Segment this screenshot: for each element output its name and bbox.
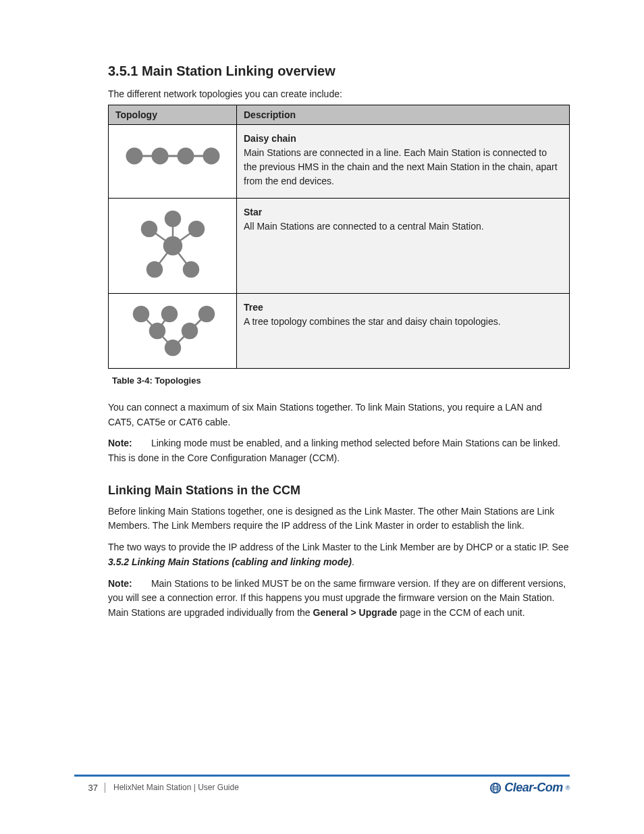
topology-table: Topology Description xyxy=(108,105,570,369)
brand-name: Clear-Com xyxy=(504,781,563,795)
topology-star-desc: Star All Main Stations are connected to … xyxy=(237,199,570,294)
row-desc: Main Stations are connected in a line. E… xyxy=(244,147,558,186)
svg-point-23 xyxy=(150,323,165,338)
brand-logo: Clear-Com® xyxy=(489,781,570,795)
table-caption: Table 3-4: Topologies xyxy=(112,375,570,386)
page-footer: 37 HelixNet Main Station | User Guide Cl… xyxy=(74,775,570,795)
registered-mark: ® xyxy=(566,785,570,791)
table-header-description: Description xyxy=(237,105,570,125)
svg-point-4 xyxy=(204,149,219,163)
svg-point-24 xyxy=(165,340,180,355)
svg-point-2 xyxy=(153,149,167,163)
page-number: 37 xyxy=(74,783,105,793)
note-text: Linking mode must be enabled, and a link… xyxy=(108,438,560,463)
note-1: Note: Linking mode must be enabled, and … xyxy=(108,436,570,465)
svg-point-10 xyxy=(164,237,182,255)
note-label: Note: xyxy=(108,436,149,451)
topology-tree-desc: Tree A tree topology combines the star a… xyxy=(237,294,570,369)
svg-point-1 xyxy=(127,149,142,163)
globe-icon xyxy=(489,782,502,794)
topology-star-icon xyxy=(109,199,237,294)
svg-point-22 xyxy=(162,307,177,321)
svg-point-25 xyxy=(182,323,197,338)
table-row: Tree A tree topology combines the star a… xyxy=(109,294,570,369)
footer-doc-title: HelixNet Main Station | User Guide xyxy=(105,783,489,793)
row-title: Star xyxy=(244,207,262,217)
footer-rule xyxy=(74,775,570,777)
topology-daisy-chain-desc: Daisy chain Main Stations are connected … xyxy=(237,125,570,199)
intro-line: The different network topologies you can… xyxy=(108,88,570,99)
sub-para2-tail: . xyxy=(352,556,354,567)
table-row: Daisy chain Main Stations are connected … xyxy=(109,125,570,199)
topology-tree-icon xyxy=(109,294,237,369)
svg-point-3 xyxy=(178,149,193,163)
svg-point-11 xyxy=(165,211,180,226)
svg-point-26 xyxy=(199,307,214,321)
row-desc: All Main Stations are connected to a cen… xyxy=(244,221,484,232)
svg-point-12 xyxy=(142,221,157,236)
sub-paragraph-2: The two ways to provide the IP address o… xyxy=(108,540,570,569)
note-bold-path: General > Upgrade xyxy=(313,607,398,618)
sub-section-title: Linking Main Stations in the CCM xyxy=(108,484,570,498)
post-table-paragraph: You can connect a maximum of six Main St… xyxy=(108,400,570,429)
cross-reference-link[interactable]: 3.5.2 Linking Main Stations (cabling and… xyxy=(108,556,352,567)
row-title: Daisy chain xyxy=(244,133,296,144)
table-header-topology: Topology xyxy=(109,105,237,125)
note-label: Note: xyxy=(108,577,149,592)
sub-para2-lead: The two ways to provide the IP address o… xyxy=(108,542,568,552)
row-desc: A tree topology combines the star and da… xyxy=(244,316,501,327)
svg-point-21 xyxy=(134,307,149,321)
sub-paragraph-1: Before linking Main Stations together, o… xyxy=(108,504,570,533)
svg-point-15 xyxy=(184,262,198,277)
svg-point-14 xyxy=(147,262,162,277)
topology-daisy-chain-icon xyxy=(109,125,237,199)
note-tail: page in the CCM of each unit. xyxy=(397,607,525,618)
row-title: Tree xyxy=(244,302,263,313)
table-row: Star All Main Stations are connected to … xyxy=(109,199,570,294)
note-2: Note: Main Stations to be linked MUST be… xyxy=(108,577,570,621)
section-title: 3.5.1 Main Station Linking overview xyxy=(108,63,570,79)
svg-point-13 xyxy=(189,221,204,236)
